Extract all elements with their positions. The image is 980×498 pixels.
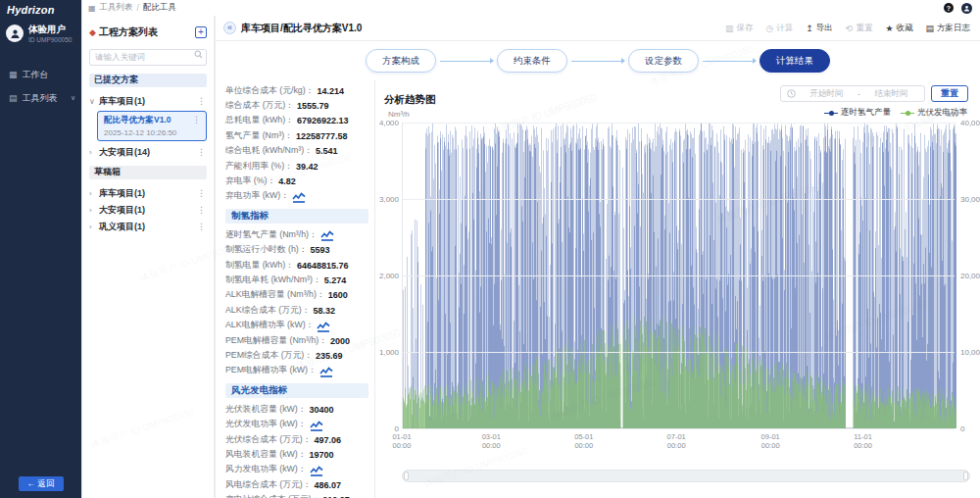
- gridline: [403, 428, 955, 429]
- datazoom-handle-left[interactable]: [404, 472, 409, 480]
- metric-value: 58.32: [314, 306, 336, 316]
- metric-row: 弃电率 (%)： 4.82: [225, 174, 368, 188]
- chart-link-icon[interactable]: [320, 230, 334, 241]
- x-axis-tick: 03-0100:00: [471, 432, 511, 451]
- metric-label: 风力发电功率 (kW)：: [225, 464, 307, 475]
- metric-row: 风电装机容量 (kW)： 19700: [225, 447, 368, 462]
- step-1[interactable]: 方案构成: [366, 49, 436, 73]
- draft-section-header: 草稿箱: [89, 166, 207, 179]
- help-icon[interactable]: ?: [944, 3, 954, 13]
- chart-link-icon[interactable]: [292, 192, 306, 203]
- chart-link-icon[interactable]: [310, 466, 323, 476]
- metric-value: 64648815.76: [297, 261, 349, 271]
- step-3[interactable]: 设定参数: [628, 49, 699, 73]
- metric-row: 逐时氢气产量 (Nm³/h)：: [225, 227, 368, 242]
- metric-value: 5.541: [316, 146, 338, 156]
- chart-reset-button[interactable]: 重置: [931, 85, 968, 102]
- back-button[interactable]: ← 返回: [19, 476, 64, 491]
- action-star-button[interactable]: ★收藏: [885, 23, 912, 34]
- metric-label: 综合电耗 (kWh/Nm³)：: [225, 145, 313, 157]
- reset-icon: ⟲: [846, 24, 854, 33]
- x-axis-tick: 11-0100:00: [844, 432, 883, 451]
- metric-value: 1555.79: [297, 101, 329, 111]
- metric-value: 30400: [310, 405, 334, 415]
- metric-label: ALK电解槽功率 (kW)：: [225, 320, 314, 331]
- action-calc-button[interactable]: ◷计算: [765, 23, 793, 34]
- metric-label: 变电站综合成本 (万元)：: [225, 494, 319, 498]
- account-icon[interactable]: [961, 3, 972, 14]
- right-axis-tick: 0: [960, 424, 964, 433]
- metric-value: 235.69: [316, 351, 343, 361]
- right-axis-tick: 40,000: [960, 119, 980, 127]
- chart-legend: 逐时氢气产量 光伏发电功率: [824, 107, 967, 119]
- metric-row: PEM综合成本 (万元)： 235.69: [225, 348, 368, 363]
- breadcrumb-root[interactable]: 工具列表: [100, 2, 133, 14]
- metric-label: 风电装机容量 (kW)：: [225, 449, 307, 461]
- metrics-section-header: 风光发电指标: [225, 383, 368, 398]
- project-group[interactable]: ∨ 库车项目(1) ⋮: [89, 94, 207, 109]
- action-save-button[interactable]: ▥保存: [725, 23, 754, 34]
- project-group[interactable]: › 巩义项目(1) ⋮: [89, 220, 207, 234]
- app-sidebar: Hydrizon 体验用户 ID UMP900050 ▦ 工作台 ▤ 工具列表 …: [0, 0, 81, 498]
- arrow-right-icon: [621, 58, 625, 64]
- scheme-card[interactable]: 配比寻优方案V1.0 2025-12-12 10:26:50 ⋮: [97, 111, 207, 141]
- action-reset-button[interactable]: ⟲重置: [846, 23, 873, 34]
- metric-value: 39.42: [296, 162, 318, 172]
- metric-row: 单位综合成本 (元/kg)： 14.214: [225, 83, 368, 98]
- metric-row: ALK电解槽容量 (Nm³/h)： 1600: [225, 288, 368, 303]
- metric-row: ALK电解槽功率 (kW)：: [225, 318, 368, 332]
- more-icon[interactable]: ⋮: [191, 115, 202, 124]
- metric-value: 2000: [330, 336, 350, 346]
- user-block[interactable]: 体验用户 ID UMP900050: [0, 16, 81, 53]
- metric-row: 综合成本 (万元)： 1555.79: [225, 98, 368, 113]
- legend-marker-icon: [824, 110, 838, 116]
- step-2[interactable]: 约束条件: [497, 49, 567, 73]
- chart-link-icon[interactable]: [317, 322, 330, 332]
- metric-label: 光伏综合成本 (万元)：: [225, 434, 311, 446]
- metric-value: 5593: [311, 245, 330, 255]
- submitted-section-header: 已提交方案: [89, 74, 207, 87]
- datazoom-handle-right[interactable]: [963, 472, 968, 480]
- right-axis-tick: 30,000: [960, 195, 980, 204]
- x-axis-tick: 01-0100:00: [382, 432, 421, 451]
- breadcrumb: ▦ 工具列表 / 配比工具: [88, 2, 176, 14]
- x-axis-tick: 07-0100:00: [657, 432, 696, 451]
- step-4[interactable]: 计算结果: [760, 49, 830, 73]
- flag-icon: ◆: [89, 27, 96, 37]
- project-group[interactable]: › 大安项目(1) ⋮: [89, 203, 207, 218]
- more-icon[interactable]: ⋮: [196, 222, 207, 231]
- more-icon[interactable]: ⋮: [196, 205, 207, 215]
- metric-label: 制氢电量 (kWh)：: [225, 260, 294, 272]
- search-input[interactable]: [89, 49, 207, 66]
- project-group[interactable]: › 库车项目(1) ⋮: [89, 186, 207, 201]
- legend-item[interactable]: 逐时氢气产量: [824, 107, 891, 119]
- more-icon[interactable]: ⋮: [196, 96, 207, 106]
- metric-label: 弃电功率 (kW)：: [225, 190, 289, 202]
- chart-link-icon[interactable]: [319, 367, 333, 377]
- left-axis-unit: Nm³/h: [388, 110, 410, 119]
- gridline: [403, 123, 955, 124]
- more-icon[interactable]: ⋮: [196, 147, 207, 157]
- add-scheme-button[interactable]: +: [195, 26, 207, 38]
- more-icon[interactable]: ⋮: [196, 188, 207, 198]
- metric-value: 4.82: [278, 176, 296, 186]
- sidebar-item-tool-list[interactable]: ▤ 工具列表 ∨: [0, 86, 81, 110]
- metric-value: 1600: [328, 290, 348, 300]
- right-axis-tick: 10,000: [960, 348, 980, 357]
- tool-list-icon: ▤: [9, 93, 18, 103]
- datazoom-slider[interactable]: [402, 470, 970, 482]
- step-connector: [571, 61, 624, 62]
- project-group-label: 大安项目(14): [99, 146, 150, 159]
- metric-label: 制氢运行小时数 (h)：: [225, 244, 308, 256]
- chart-link-icon[interactable]: [310, 421, 323, 431]
- left-axis-tick: 1,000: [375, 348, 399, 357]
- project-group[interactable]: › 大安项目(14) ⋮: [89, 145, 207, 160]
- date-range-picker[interactable]: 开始时间 - 结束时间: [780, 85, 925, 102]
- collapse-icon[interactable]: «: [223, 22, 236, 34]
- sidebar-item-workbench[interactable]: ▦ 工作台: [0, 63, 81, 86]
- metric-value: 5.274: [324, 275, 347, 285]
- metric-value: 486.07: [314, 480, 341, 490]
- action-log-button[interactable]: ▤方案日志: [925, 23, 970, 34]
- action-export-button[interactable]: ↥导出: [806, 23, 833, 34]
- chevron-down-icon: ∨: [89, 97, 96, 106]
